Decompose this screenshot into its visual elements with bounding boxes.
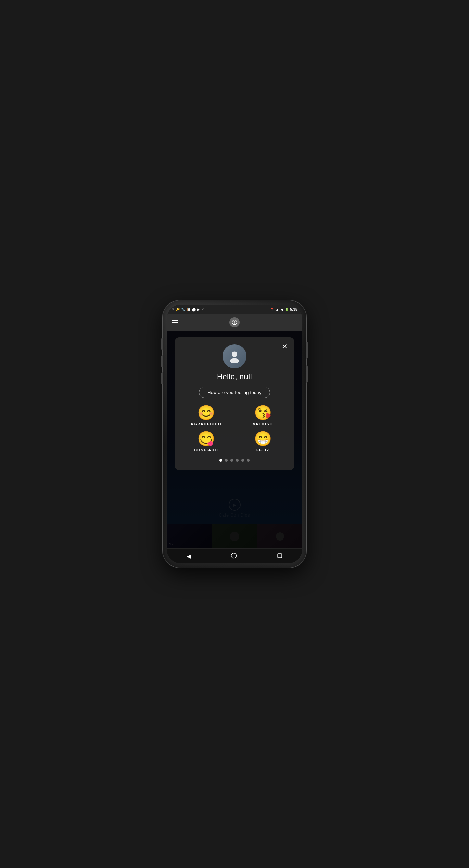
emotion-confiado[interactable]: 😋 CONFIADO [182,432,230,452]
emotions-grid: 😊 AGRADECIDO 😘 VALIOSO 😋 CONFIADO [182,406,287,452]
dot-4[interactable] [236,459,239,462]
hamburger-line-1 [172,320,178,321]
close-button[interactable]: ✕ [280,342,289,351]
valioso-emoji: 😘 [254,406,272,420]
more-options-button[interactable]: ⋮ [291,319,297,326]
modal-overlay: ✕ Hello, null How are you feeling today [167,331,302,548]
mail-icon: ✉ [172,308,174,311]
settings-icon: 🔧 [181,308,185,311]
svg-point-2 [231,553,236,558]
dot-1[interactable] [219,459,222,462]
dot-2[interactable] [225,459,228,462]
svg-point-1 [230,358,239,363]
dot-5[interactable] [241,459,244,462]
bottom-nav: ◀ [167,548,302,563]
battery-icon: 🔋 [284,308,289,311]
confiado-emoji: 😋 [197,432,215,446]
greeting-text: Hello, null [217,372,252,381]
agradecido-emoji: 😊 [197,406,215,420]
status-left-icons: ✉ 🔑 🔧 📋 ⬤ ▶ ✓ [172,308,204,311]
status-bar: ✉ 🔑 🔧 📋 ⬤ ▶ ✓ 📍 ▲ ◀ 🔋 5:35 [167,305,302,314]
agradecido-label: AGRADECIDO [191,422,221,426]
dot-6[interactable] [247,459,250,462]
feliz-emoji: 😁 [254,432,272,446]
mood-modal: ✕ Hello, null How are you feeling today [175,337,294,470]
main-content: ▶ Cafe Con Dios SIN [167,331,302,548]
svg-rect-3 [278,554,282,558]
play-icon: ▶ [197,308,200,311]
key-icon: 🔑 [176,308,180,311]
signal-icon: ◀ [280,308,283,311]
circle-icon: ⬤ [192,308,196,311]
svg-point-0 [232,351,237,357]
back-button[interactable]: ◀ [184,550,193,562]
app-logo [229,317,240,327]
home-button[interactable] [228,550,240,563]
status-right-icons: 📍 ▲ ◀ 🔋 5:35 [270,307,297,311]
feeling-prompt: How are you feeling today [199,387,270,398]
emotion-valioso[interactable]: 😘 VALIOSO [239,406,287,426]
feliz-label: FELIZ [256,448,269,452]
user-avatar [223,344,246,368]
clipboard-icon: 📋 [187,308,191,311]
hamburger-line-3 [172,324,178,324]
hamburger-line-2 [172,322,178,323]
location-icon: 📍 [270,308,274,311]
dot-3[interactable] [230,459,233,462]
phone-frame: ✉ 🔑 🔧 📋 ⬤ ▶ ✓ 📍 ▲ ◀ 🔋 5:35 [163,300,306,568]
confiado-label: CONFIADO [194,448,218,452]
phone-screen: ✉ 🔑 🔧 📋 ⬤ ▶ ✓ 📍 ▲ ◀ 🔋 5:35 [167,305,302,563]
hamburger-menu[interactable] [172,320,178,324]
app-bar: ⋮ [167,314,302,331]
emotion-agradecido[interactable]: 😊 AGRADECIDO [182,406,230,426]
valioso-label: VALIOSO [253,422,273,426]
emotion-feliz[interactable]: 😁 FELIZ [239,432,287,452]
wifi-icon: ▲ [276,308,279,311]
recent-apps-button[interactable] [274,550,285,562]
status-time: 5:35 [290,307,297,311]
pagination-dots [219,459,250,462]
check-icon: ✓ [201,308,204,311]
